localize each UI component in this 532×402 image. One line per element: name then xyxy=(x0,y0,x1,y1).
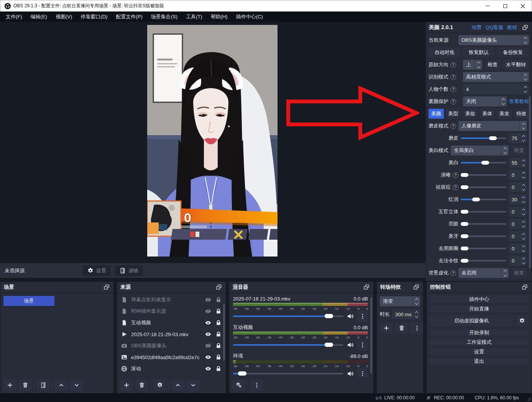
source-properties-button[interactable] xyxy=(153,379,166,391)
value-spinner[interactable]: 0 xyxy=(509,219,527,229)
volume-slider[interactable] xyxy=(233,340,343,350)
volume-handle[interactable] xyxy=(325,314,333,318)
eye-icon[interactable] xyxy=(205,319,212,326)
transition-duration-spinner[interactable]: 300 ms xyxy=(392,309,420,319)
help-icon[interactable]: ? xyxy=(453,185,458,190)
value-spinner[interactable]: 75 xyxy=(509,133,527,143)
value-spinner[interactable]: 0 xyxy=(509,243,527,253)
advanced-audio-button[interactable] xyxy=(232,379,245,391)
orientation-check-button[interactable]: 检查 xyxy=(484,60,501,70)
scrollbar[interactable] xyxy=(370,297,372,374)
exit-button[interactable]: 退出 xyxy=(430,358,529,365)
virtualcam-settings-button[interactable] xyxy=(516,315,529,327)
flip-horizontal-button[interactable]: 水平翻转 xyxy=(503,60,529,70)
transition-type-dropdown[interactable]: 渐变 xyxy=(380,296,420,306)
help-icon[interactable]: ? xyxy=(450,62,456,68)
audio-menu-button[interactable] xyxy=(357,339,368,351)
slider[interactable] xyxy=(461,158,506,168)
transition-menu-button[interactable] xyxy=(410,322,424,334)
remove-transition-button[interactable] xyxy=(395,322,408,334)
slider-handle[interactable] xyxy=(461,247,468,250)
menu-item-4[interactable]: 配置文件(P) xyxy=(112,12,146,22)
menu-item-2[interactable]: 视图(V) xyxy=(51,12,76,22)
mute-button[interactable] xyxy=(346,341,354,349)
plugin-center-button[interactable]: 插件中心 xyxy=(430,296,529,303)
menu-item-0[interactable]: 文件(F) xyxy=(2,12,26,22)
beauty-tab-4[interactable]: 美发 xyxy=(497,109,512,119)
start-virtualcam-button[interactable]: 启动虚拟摄像机 xyxy=(430,315,513,327)
dropdown[interactable]: 全局美白 xyxy=(451,145,509,155)
lock-icon[interactable] xyxy=(215,308,222,315)
popout-icon[interactable] xyxy=(215,284,222,291)
maximize-button[interactable] xyxy=(496,0,514,11)
slider-handle[interactable] xyxy=(489,136,497,140)
volume-handle[interactable] xyxy=(325,343,333,347)
qq-support-link[interactable]: QQ客服 xyxy=(486,24,503,31)
popout-icon[interactable] xyxy=(522,24,529,31)
lock-icon[interactable] xyxy=(215,342,222,349)
autofocus-button[interactable]: 自动对焦 xyxy=(429,47,460,57)
menu-item-5[interactable]: 场景集合(S) xyxy=(147,12,182,22)
slider[interactable] xyxy=(461,133,506,143)
source-row[interactable]: 弹幕点歌列表显示 xyxy=(117,294,226,306)
scene-filters-button[interactable] xyxy=(37,379,50,391)
beauty-tab-1[interactable]: 美型 xyxy=(446,109,461,119)
add-scene-button[interactable] xyxy=(3,379,16,391)
value-spinner[interactable]: 0 xyxy=(509,170,527,180)
close-button[interactable] xyxy=(514,0,532,11)
preview-video[interactable]: 0 xyxy=(147,25,277,257)
check-button[interactable]: 检查 xyxy=(511,145,527,155)
start-streaming-button[interactable]: 开始直播 xyxy=(430,306,529,312)
popout-icon[interactable] xyxy=(521,284,528,291)
menu-item-6[interactable]: 工具(T) xyxy=(182,12,207,22)
audio-menu-button[interactable] xyxy=(357,310,368,322)
value-spinner[interactable]: 0 xyxy=(509,182,527,192)
help-icon[interactable]: ? xyxy=(453,172,458,178)
popout-icon[interactable] xyxy=(363,284,370,291)
minimize-button[interactable] xyxy=(479,0,496,11)
slider-handle[interactable] xyxy=(461,185,468,189)
scrollbar[interactable] xyxy=(529,95,531,268)
move-scene-up-button[interactable] xyxy=(55,379,68,391)
scene-item[interactable]: 场景 xyxy=(3,296,54,306)
help-icon[interactable]: ? xyxy=(450,87,456,92)
remove-scene-button[interactable] xyxy=(19,379,32,391)
menu-item-8[interactable]: 插件中心(C) xyxy=(232,12,267,22)
eye-icon[interactable] xyxy=(205,365,212,372)
slider-handle[interactable] xyxy=(472,198,480,201)
start-recording-button[interactable]: 开始录制 xyxy=(430,329,529,336)
source-row[interactable]: 滚动 xyxy=(117,363,226,374)
add-transition-button[interactable] xyxy=(380,322,393,334)
studio-mode-button[interactable]: 工作室模式 xyxy=(430,339,529,346)
audio-menu-button[interactable] xyxy=(357,368,368,377)
recognition-dropdown[interactable]: 高精度模式 xyxy=(463,72,529,82)
mute-button[interactable] xyxy=(346,312,354,320)
beauty-source-dropdown[interactable]: OBS美颜摄像头 xyxy=(458,35,529,45)
slider[interactable] xyxy=(461,182,506,192)
slider-handle[interactable] xyxy=(461,222,468,226)
source-row[interactable]: OBS美颜摄像头 xyxy=(117,340,226,351)
slider-handle[interactable] xyxy=(481,161,489,165)
beauty-tab-2[interactable]: 美妆 xyxy=(463,109,478,119)
mute-button[interactable] xyxy=(346,370,354,377)
beauty-tab-3[interactable]: 美体 xyxy=(480,109,495,119)
value-spinner[interactable]: 0 xyxy=(509,207,527,217)
slider-handle[interactable] xyxy=(461,210,468,214)
menu-item-1[interactable]: 编辑(E) xyxy=(26,12,51,22)
dropdown[interactable]: 未启用 xyxy=(458,268,509,278)
beauty-tab-0[interactable]: 美颜 xyxy=(429,109,444,119)
popout-icon[interactable] xyxy=(413,284,420,291)
lock-icon[interactable] xyxy=(215,319,222,326)
source-row[interactable]: 时钟插件显示源 xyxy=(117,306,226,317)
slider[interactable] xyxy=(461,207,506,217)
move-source-up-button[interactable] xyxy=(171,379,184,391)
slider[interactable] xyxy=(461,256,506,266)
volume-slider[interactable] xyxy=(233,312,343,321)
tutorial-link[interactable]: 教程 xyxy=(507,24,517,31)
help-icon[interactable]: ? xyxy=(450,74,456,80)
value-spinner[interactable]: 30 xyxy=(509,194,527,204)
remove-source-button[interactable] xyxy=(135,379,148,391)
eye-off-icon[interactable] xyxy=(205,308,212,315)
slider[interactable] xyxy=(461,243,506,253)
move-source-down-button[interactable] xyxy=(187,379,200,391)
